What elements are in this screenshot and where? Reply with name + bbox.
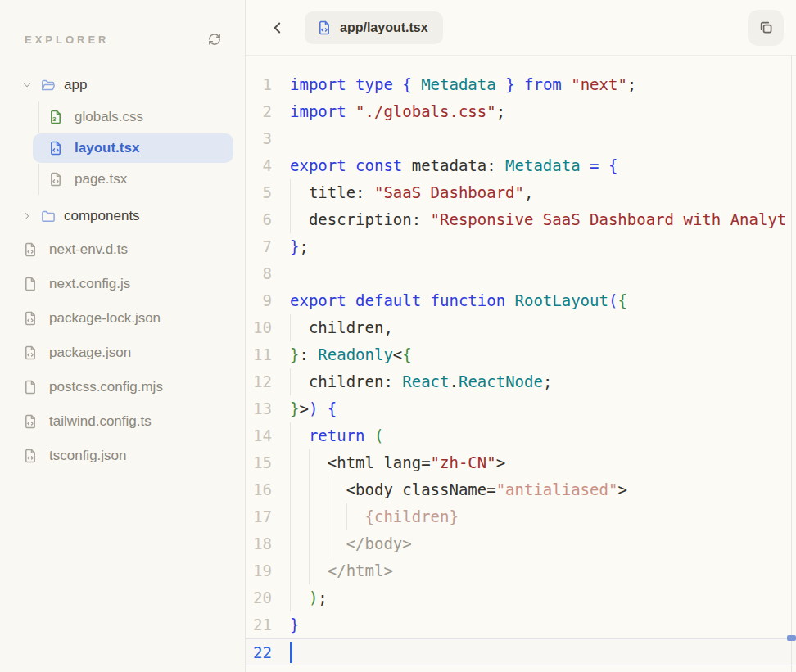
explorer-header: EXPLORER <box>25 31 222 47</box>
tree-item-label: globals.css <box>75 109 143 125</box>
code-line[interactable]: 1import type { Metadata } from "next"; <box>246 71 796 98</box>
code-line[interactable]: 11}: Readonly<{ <box>246 341 796 368</box>
tree-item-package-lock-json[interactable]: package-lock.json <box>0 301 245 336</box>
editor-header: app/layout.tsx <box>246 0 796 56</box>
tree-item-postcss-config-mjs[interactable]: postcss.config.mjs <box>0 370 245 404</box>
file-explorer-sidebar: EXPLORER app3globals.csslayout.tsxpage.t… <box>0 0 246 672</box>
code-line[interactable]: 4export const metadata: Metadata = { <box>246 152 796 179</box>
scrollbar-track <box>791 56 792 672</box>
line-number: 10 <box>246 314 272 341</box>
line-number: 18 <box>246 530 272 557</box>
code-line[interactable]: 10 children, <box>246 314 796 341</box>
file-code-icon <box>22 345 38 361</box>
tree-item-app[interactable]: app <box>0 69 245 101</box>
line-number: 4 <box>246 152 272 179</box>
tree-item-label: components <box>64 208 140 224</box>
tree-item-label: tailwind.config.ts <box>49 413 152 430</box>
tree-item-label: tsconfig.json <box>49 448 127 464</box>
code-text <box>290 125 791 152</box>
tree-item-label: page.tsx <box>75 171 127 187</box>
line-number: 20 <box>246 584 272 611</box>
file-code-icon <box>22 448 38 464</box>
back-button[interactable] <box>265 16 290 40</box>
tree-item-next-config-js[interactable]: next.config.js <box>0 267 245 301</box>
code-text: return ( <box>290 422 791 449</box>
tree-item-globals-css[interactable]: 3globals.css <box>0 101 245 133</box>
file-code-icon <box>22 310 38 327</box>
tree-item-tailwind-config-ts[interactable]: tailwind.config.ts <box>0 404 245 439</box>
code-text: ); <box>290 584 791 611</box>
code-line[interactable]: 8 <box>246 260 796 287</box>
line-number: 11 <box>246 341 272 368</box>
code-text <box>290 260 791 287</box>
tree-item-tsconfig-json[interactable]: tsconfig.json <box>0 439 245 473</box>
code-line[interactable]: 19 </html> <box>246 557 796 584</box>
line-number: 17 <box>246 503 272 530</box>
code-line[interactable]: 16 <body className="antialiased"> <box>246 476 796 503</box>
code-line[interactable]: 2import "./globals.css"; <box>246 98 796 125</box>
code-line[interactable]: 9export default function RootLayout({ <box>246 287 796 314</box>
line-number: 2 <box>246 98 272 125</box>
line-number: 19 <box>246 557 272 584</box>
line-number: 8 <box>246 260 272 287</box>
code-text: </html> <box>290 557 791 584</box>
tree-item-next-env-d-ts[interactable]: next-env.d.ts <box>0 232 245 267</box>
tree-item-layout-tsx[interactable]: layout.tsx <box>0 133 245 164</box>
file-code-icon <box>47 171 64 187</box>
code-line[interactable]: 6 description: "Responsive SaaS Dashboar… <box>246 206 796 233</box>
line-number: 16 <box>246 476 272 503</box>
tree-item-label: app <box>64 77 87 93</box>
code-line[interactable]: 17 {children} <box>246 503 796 530</box>
code-text: }; <box>290 233 791 260</box>
folder-open-icon <box>40 77 57 93</box>
code-text: {children} <box>290 503 791 530</box>
code-line[interactable]: 5 title: "SaaS Dashboard", <box>246 179 796 206</box>
file-code-icon <box>22 241 38 258</box>
line-number: 13 <box>246 395 272 422</box>
line-number: 21 <box>246 611 272 638</box>
code-line[interactable]: 3 <box>246 125 796 152</box>
line-number: 15 <box>246 449 272 476</box>
code-text: }>) { <box>290 395 791 422</box>
tree-item-page-tsx[interactable]: page.tsx <box>0 164 245 195</box>
copy-icon <box>758 19 775 36</box>
copy-button[interactable] <box>748 10 784 46</box>
code-line[interactable]: 22 <box>246 638 796 665</box>
line-number: 7 <box>246 233 272 260</box>
file-tab-label: app/layout.tsx <box>340 20 428 35</box>
line-number: 1 <box>246 71 272 98</box>
code-line[interactable]: 20 ); <box>246 584 796 611</box>
code-text: export default function RootLayout({ <box>290 287 791 314</box>
code-line[interactable]: 7}; <box>246 233 796 260</box>
code-text: children: React.ReactNode; <box>290 368 791 395</box>
chevron-left-icon <box>269 19 287 37</box>
line-number: 14 <box>246 422 272 449</box>
folder-icon <box>40 208 57 224</box>
tree-item-package-json[interactable]: package.json <box>0 336 245 370</box>
file-plain-icon <box>22 276 38 292</box>
file-tree: app3globals.csslayout.tsxpage.tsxcompone… <box>0 69 245 473</box>
code-line[interactable]: 14 return ( <box>246 422 796 449</box>
tree-item-label: next.config.js <box>49 276 130 292</box>
editor-pane: app/layout.tsx 1import type { Metadata }… <box>246 0 796 672</box>
line-number: 12 <box>246 368 272 395</box>
code-text: <html lang="zh-CN"> <box>290 449 791 476</box>
code-line[interactable]: 13}>) { <box>246 395 796 422</box>
code-text: <body className="antialiased"> <box>290 476 791 503</box>
text-cursor <box>290 642 292 663</box>
code-text: export const metadata: Metadata = { <box>290 152 791 179</box>
scrollbar-thumb[interactable] <box>787 635 796 641</box>
line-number: 3 <box>246 125 272 152</box>
code-line[interactable]: 15 <html lang="zh-CN"> <box>246 449 796 476</box>
code-line[interactable]: 12 children: React.ReactNode; <box>246 368 796 395</box>
code-text: import type { Metadata } from "next"; <box>290 71 791 98</box>
line-number: 22 <box>246 639 272 665</box>
refresh-button[interactable] <box>207 32 222 47</box>
tree-item-components[interactable]: components <box>0 200 245 232</box>
code-line[interactable]: 21} <box>246 611 796 638</box>
code-viewer-window: EXPLORER app3globals.csslayout.tsxpage.t… <box>0 0 796 672</box>
svg-text:3: 3 <box>52 115 57 123</box>
code-line[interactable]: 18 </body> <box>246 530 796 557</box>
file-tab[interactable]: app/layout.tsx <box>305 11 443 44</box>
file-plain-icon <box>22 379 38 395</box>
